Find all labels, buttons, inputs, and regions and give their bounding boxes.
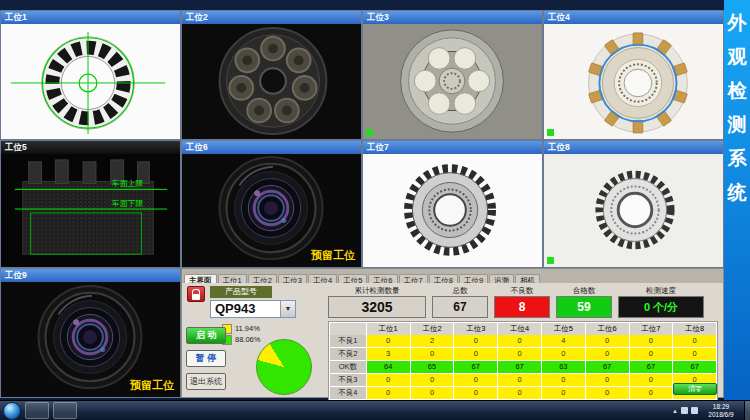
stat-label: 累计检测数量 <box>328 285 426 296</box>
table-header: 工位1工位2工位3工位4工位5工位6工位7工位8 <box>330 323 716 335</box>
app-title-char: 测 <box>728 114 747 135</box>
camera-7-titlebar: 工位7 <box>363 141 542 154</box>
stat-label: 不良数 <box>494 285 550 296</box>
lock-icon <box>192 289 200 294</box>
cell: 67 <box>586 361 629 373</box>
product-label: 产品型号 <box>210 286 272 298</box>
tab-相机[interactable]: 相机 <box>515 274 540 283</box>
camera-2-titlebar: 工位2 <box>182 11 361 24</box>
row-label: 不良4 <box>330 387 366 399</box>
pie-legend: 11.94%88.06% <box>222 323 260 345</box>
window-top-strip <box>0 0 724 10</box>
taskbar-app-2[interactable] <box>53 402 77 419</box>
network-icon[interactable] <box>681 407 688 414</box>
camera-3-title: 工位3 <box>367 12 389 22</box>
table-body: 不良102004000不良230000000OK数646567676367676… <box>330 335 716 399</box>
table-row: 不良300000000 <box>330 374 716 386</box>
table-row: OK数6465676763676767 <box>330 361 716 373</box>
camera-6-title: 工位6 <box>186 142 208 152</box>
app-title-strip: 外 观 检 测 系 统 <box>724 0 750 400</box>
lock-button[interactable] <box>187 286 205 302</box>
camera-5-upper-limit-label: 车面上限 <box>111 179 144 188</box>
product-select[interactable]: QP943 ▼ <box>210 300 296 318</box>
stat-不良数: 不良数8 <box>494 285 550 318</box>
tab-工位4[interactable]: 工位4 <box>308 274 337 283</box>
chevron-down-icon[interactable]: ▼ <box>280 301 295 317</box>
legend-label: 88.06% <box>235 335 260 344</box>
stat-label: 检测速度 <box>618 285 704 296</box>
camera-6-titlebar: 工位6 <box>182 141 361 154</box>
start-button[interactable]: 启 动 <box>186 327 226 344</box>
camera-3-titlebar: 工位3 <box>363 11 542 24</box>
start-button-orb[interactable] <box>3 402 21 420</box>
volume-icon[interactable] <box>691 407 698 414</box>
cell: 0 <box>367 387 410 399</box>
pie-chart <box>256 339 312 395</box>
tab-工位9[interactable]: 工位9 <box>459 274 488 283</box>
clock[interactable]: 18:29 2018/6/9 <box>701 403 741 419</box>
camera-4-image <box>544 24 723 139</box>
stat-value: 59 <box>556 296 612 318</box>
tray-expand-icon[interactable]: ▲ <box>672 408 678 414</box>
stat-value: 3205 <box>328 296 426 318</box>
show-desktop-button[interactable] <box>744 401 750 420</box>
tab-工位3[interactable]: 工位3 <box>278 274 307 283</box>
tab-工位7[interactable]: 工位7 <box>399 274 428 283</box>
cell: 0 <box>630 374 673 386</box>
camera-4-status-indicator <box>547 129 554 136</box>
table-row: 不良400000000 <box>330 387 716 399</box>
camera-6-reserved-label: 预留工位 <box>311 248 355 263</box>
cell: 64 <box>367 361 410 373</box>
tab-工位8[interactable]: 工位8 <box>429 274 458 283</box>
taskbar: ▲ 18:29 2018/6/9 <box>0 400 750 420</box>
tab-追溯[interactable]: 追溯 <box>489 274 514 283</box>
camera-1-titlebar: 工位1 <box>1 11 180 24</box>
camera-7-image <box>363 154 542 267</box>
exit-button[interactable]: 退出系统 <box>186 373 226 390</box>
cell: 3 <box>367 348 410 360</box>
result-table: 工位1工位2工位3工位4工位5工位6工位7工位8 不良102004000不良23… <box>328 321 718 401</box>
app-title-char: 系 <box>728 148 747 169</box>
col-工位1: 工位1 <box>367 323 410 335</box>
tab-主界面[interactable]: 主界面 <box>184 274 217 283</box>
cell: 67 <box>630 361 673 373</box>
camera-1-title: 工位1 <box>5 12 27 22</box>
camera-3-status-indicator <box>366 129 373 136</box>
control-panel-body: 产品型号 QP943 ▼ 11.94%88.06% 启 动 暂 停 退出系统 累… <box>182 283 723 397</box>
stat-label: 总数 <box>432 285 488 296</box>
cell: 0 <box>586 374 629 386</box>
cell: 2 <box>411 335 454 347</box>
clear-button[interactable]: 清零 <box>673 383 717 395</box>
control-panel: 主界面工位1工位2工位3工位4工位5工位6工位7工位8工位9追溯相机 产品型号 … <box>181 268 724 398</box>
tab-工位5[interactable]: 工位5 <box>338 274 367 283</box>
camera-5-title: 工位5 <box>5 142 27 152</box>
cell: 67 <box>454 361 497 373</box>
cell: 67 <box>673 361 716 373</box>
cell: 0 <box>454 348 497 360</box>
cell: 0 <box>498 374 541 386</box>
legend-label: 11.94% <box>235 324 260 333</box>
cell: 0 <box>498 348 541 360</box>
cell: 0 <box>630 387 673 399</box>
cell: 0 <box>498 335 541 347</box>
tab-工位6[interactable]: 工位6 <box>368 274 397 283</box>
col-工位5: 工位5 <box>542 323 585 335</box>
row-label: 不良2 <box>330 348 366 360</box>
stat-value: 8 <box>494 296 550 318</box>
cell: 0 <box>411 387 454 399</box>
pause-button[interactable]: 暂 停 <box>186 350 226 367</box>
stat-总数: 总数67 <box>432 285 488 318</box>
camera-1-image <box>1 24 180 139</box>
tab-工位2[interactable]: 工位2 <box>248 274 277 283</box>
stat-检测速度: 检测速度0 个/分 <box>618 285 704 318</box>
legend-item: 88.06% <box>222 334 260 345</box>
app-title-char: 统 <box>728 182 747 203</box>
tab-工位1[interactable]: 工位1 <box>218 274 247 283</box>
camera-panel-2: 工位2 <box>181 10 362 140</box>
camera-4-title: 工位4 <box>548 12 570 22</box>
taskbar-app-1[interactable] <box>25 402 49 419</box>
app-title-char: 观 <box>728 46 747 67</box>
camera-9-title: 工位9 <box>5 270 27 280</box>
table-row: 不良230000000 <box>330 348 716 360</box>
camera-3-image <box>363 24 542 139</box>
